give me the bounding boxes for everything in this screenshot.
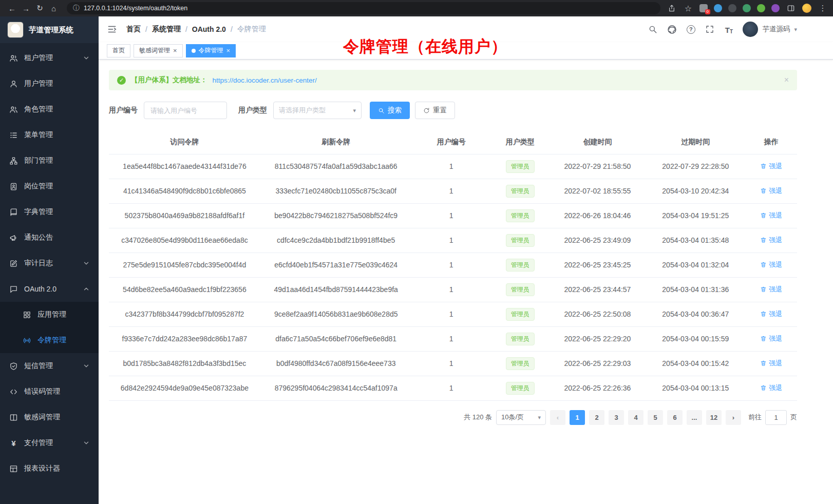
user-type-select[interactable]: 请选择用户类型 ▾ [273,102,362,119]
extensions-puzzle-icon[interactable] [757,4,765,12]
force-logout-button[interactable]: 强退 [760,383,782,393]
force-logout-button[interactable]: 强退 [760,186,782,196]
cell-expire-time: 2054-03-04 00:15:59 [646,326,745,351]
cell-expire-time: 2054-03-04 01:32:04 [646,253,745,277]
page-button-2[interactable]: 2 [589,410,604,425]
user-type-label: 用户类型 [238,106,267,115]
sidebar-item-report-designer[interactable]: 报表设计器 [0,456,99,481]
chevron-down-icon: ▾ [353,107,356,114]
sidebar-item-tenant[interactable]: 租户管理 [0,45,99,71]
force-logout-button[interactable]: 强退 [760,211,782,220]
url-bar[interactable]: ⓘ 127.0.0.1:1024/system/oauth2/token [67,2,660,14]
breadcrumb: 首页 / 系统管理 / OAuth 2.0 / 令牌管理 [126,25,266,34]
cell-user-id: 1 [412,277,491,302]
page-button-12[interactable]: 12 [706,410,722,425]
fullscreen-icon[interactable] [705,24,715,34]
trash-icon [760,360,767,366]
tab-token-management[interactable]: 令牌管理 × [186,44,236,57]
sidebar-item-menu[interactable]: 菜单管理 [0,122,99,148]
sidebar-item-dept[interactable]: 部门管理 [0,148,99,173]
tab-home[interactable]: 首页 [107,44,130,57]
sidebar-item-error-code[interactable]: 错误码管理 [0,379,99,404]
goto-page: 前往 页 [748,410,797,425]
force-logout-button[interactable]: 强退 [760,260,782,269]
force-logout-button[interactable]: 强退 [760,162,782,171]
page-button-1[interactable]: 1 [570,410,585,425]
forward-icon[interactable]: → [19,2,33,15]
bookmark-star-icon[interactable]: ☆ [683,3,693,13]
admin-tag: 管理员 [506,357,535,370]
search-button[interactable]: 搜索 [370,102,410,119]
extension-icon-1[interactable]: 0 [699,4,708,12]
site-info-icon[interactable]: ⓘ [73,4,80,13]
page-button-4[interactable]: 4 [628,410,643,425]
page-button-5[interactable]: 5 [648,410,663,425]
cell-created-time: 2022-06-25 23:49:09 [550,228,646,253]
help-icon[interactable]: ? [686,24,696,34]
browser-profile-avatar[interactable] [802,4,811,13]
split-view-icon[interactable] [786,3,796,13]
extension-icon-2[interactable] [714,4,722,12]
sidebar-item-audit-log[interactable]: 审计日志 [0,250,99,276]
user-menu[interactable]: 芋道源码 ▾ [743,22,797,37]
reload-icon[interactable]: ↻ [33,2,47,15]
breadcrumb-system[interactable]: 系统管理 [152,25,181,34]
sidebar-item-oauth2[interactable]: OAuth 2.0 [0,276,99,302]
sidebar-item-pay[interactable]: ¥ 支付管理 [0,430,99,456]
force-logout-button[interactable]: 强退 [760,309,782,319]
menu-fold-icon[interactable] [107,24,117,34]
more-pages-button[interactable]: ... [687,410,702,425]
oauth2-submenu: 应用管理 令牌管理 [0,302,99,353]
sidebar-item-sms[interactable]: 短信管理 [0,353,99,379]
layout-icon [9,464,18,473]
sidebar-item-sensitive-word[interactable]: 敏感词管理 [0,404,99,430]
table-header-row: 访问令牌 刷新令牌 用户编号 用户类型 创建时间 过期时间 操作 [109,130,797,154]
sidebar-item-post[interactable]: 岗位管理 [0,173,99,199]
share-icon[interactable] [667,3,677,13]
home-icon[interactable]: ⌂ [47,2,61,15]
extension-icon-5[interactable] [771,4,780,12]
search-icon[interactable] [648,24,658,34]
goto-page-input[interactable] [765,410,787,425]
success-check-icon: ✓ [117,76,126,85]
font-size-icon[interactable]: TT [724,24,734,34]
reset-button[interactable]: 重置 [415,102,455,119]
user-name: 芋道源码 [762,25,790,34]
close-icon[interactable]: × [173,47,177,54]
force-logout-button[interactable]: 强退 [760,359,782,368]
force-logout-button[interactable]: 强退 [760,285,782,294]
next-page-button[interactable]: › [726,410,741,425]
extension-icon-4[interactable] [743,4,751,12]
breadcrumb-oauth2[interactable]: OAuth 2.0 [192,25,226,33]
page-button-3[interactable]: 3 [609,410,624,425]
col-user-type: 用户类型 [491,130,550,154]
app-logo[interactable]: 芋道管理系统 [0,16,99,43]
page-size-select[interactable]: 10条/页 ▾ [496,410,546,425]
cell-user-type: 管理员 [491,228,550,253]
force-logout-button[interactable]: 强退 [760,334,782,343]
sidebar-item-user[interactable]: 用户管理 [0,71,99,96]
table-row: f9336e7c7dd242a283ee98dc86b17a87 dfa6c71… [109,326,797,351]
github-icon[interactable] [667,24,677,34]
page-button-6[interactable]: 6 [667,410,683,425]
alert-close-icon[interactable]: × [784,75,789,85]
cell-user-id: 1 [412,253,491,277]
doc-link[interactable]: https://doc.iocoder.cn/user-center/ [213,76,317,84]
sidebar-item-role[interactable]: 角色管理 [0,96,99,122]
page-content: ✓ 【用户体系】文档地址： https://doc.iocoder.cn/use… [99,60,833,504]
sidebar-item-notice[interactable]: 通知公告 [0,225,99,250]
user-id-input[interactable] [144,102,227,119]
force-logout-button[interactable]: 强退 [760,236,782,245]
prev-page-button[interactable]: ‹ [550,410,565,425]
close-icon[interactable]: × [226,47,231,54]
extension-icon-3[interactable] [728,4,736,12]
sidebar-item-oauth2-token[interactable]: 令牌管理 [0,327,99,353]
sidebar-item-oauth2-client[interactable]: 应用管理 [0,302,99,327]
cell-actions: 强退 [745,179,797,203]
sidebar-item-dict[interactable]: 字典管理 [0,199,99,225]
tab-sensitive-word[interactable]: 敏感词管理 × [134,44,183,57]
breadcrumb-home[interactable]: 首页 [126,25,141,34]
back-icon[interactable]: ← [5,2,19,15]
navbar-tools: ? TT 芋道源码 ▾ [648,22,797,37]
browser-menu-icon[interactable]: ⋮ [818,3,828,13]
